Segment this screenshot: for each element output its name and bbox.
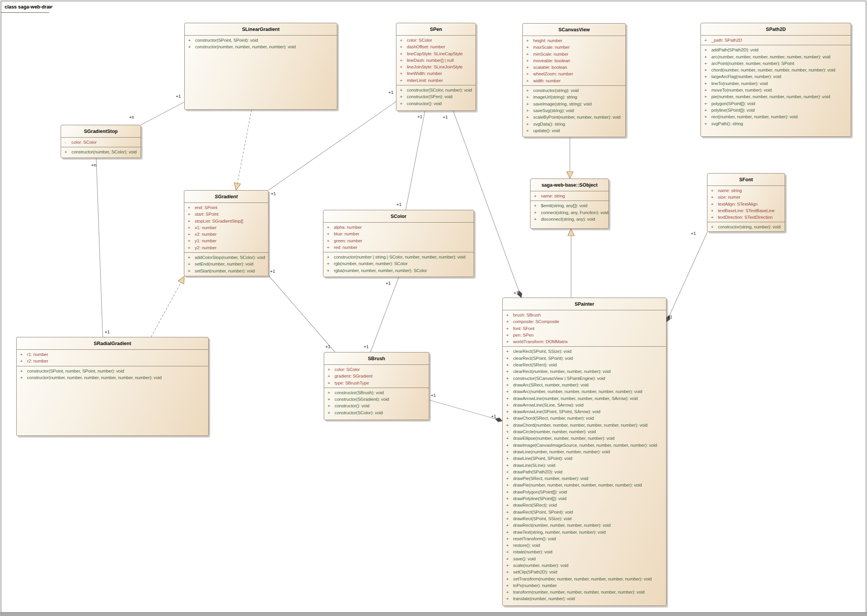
method-row[interactable]: +drawLine(SPoint, SPoint): void [503,455,666,462]
method-row[interactable]: +svgData(): string [523,121,626,128]
method-row[interactable]: +addPath(SPath2D): void [701,47,851,53]
method-row[interactable]: +clearRect(number, number, number, numbe… [503,368,666,375]
class-SCanvasView[interactable]: SCanvasView+height: number+maxScale: num… [522,23,626,137]
attribute-row[interactable]: +name: string [707,187,785,194]
attribute-row[interactable]: +lineDash: number[] | null [396,57,476,64]
method-row[interactable]: +save(): void [503,556,666,562]
method-row[interactable]: +constructor(SGradient): void [324,396,429,403]
bottom-scrollbar[interactable] [0,612,867,616]
attribute-row[interactable]: +composite: SComposite [503,318,666,325]
method-row[interactable]: +drawRect(SRect): void [503,502,666,509]
method-row[interactable]: +drawText(string, number, number, number… [503,529,666,536]
attribute-row[interactable]: +start: SPoint [184,211,268,218]
method-row[interactable]: +constructor(SCanvasView | SPaintEngine)… [503,375,666,382]
method-row[interactable]: +update(): void [523,128,626,134]
connector-SLinearGradient-SGradientStop[interactable] [141,102,184,125]
method-row[interactable]: +rgb(number, number, number): SColor [323,260,474,267]
method-row[interactable]: +drawChord(SRect, number, number): void [503,415,666,422]
attribute-row[interactable]: +pen: SPen [503,332,666,339]
class-SObject[interactable]: saga-web-base::SObject+name: string+$emi… [530,179,609,229]
method-row[interactable]: +constructor(string): void [523,87,626,94]
method-row[interactable]: +constructor(number, number, number, num… [185,44,337,50]
method-row[interactable]: +drawArc(number, number, number, number,… [503,388,666,395]
method-row[interactable]: +saveImage(string, string): void [523,101,626,107]
method-row[interactable]: +constructor(SBrush): void [324,390,429,396]
attribute-row[interactable]: +height: number [523,37,626,44]
attribute-row[interactable]: +textAlign: STextAlign [707,201,785,208]
class-SFont[interactable]: SFont+name: string+size: numer+textAlign… [707,173,785,232]
method-row[interactable]: +drawArc(SRect, number, number): void [503,382,666,388]
class-SColor[interactable]: SColor+alpha: number+blue: number+green:… [323,210,474,277]
method-row[interactable]: +$emit(string, any[]): void [530,202,609,209]
connector-SPen-SColor[interactable] [406,111,425,210]
method-row[interactable]: +setStart(number, number): void [184,268,268,274]
method-row[interactable]: +transform(number, number, number, numbe… [503,589,666,596]
connector-SFont-SPainter[interactable] [666,232,707,322]
attribute-row[interactable]: +gradient: SGradient [324,373,429,379]
class-SGradient[interactable]: SGradient+end: SPoint+start: SPoint+stop… [184,190,269,276]
attribute-row[interactable]: +minScale: number [523,51,626,58]
method-row[interactable]: +drawPie(SRect, number, number): void [503,475,666,482]
attribute-row[interactable]: +dashOffset: number [396,44,476,50]
method-row[interactable]: +drawRect(SPoint, SPoint): void [503,509,666,516]
class-SGradientStop[interactable]: SGradientStop-color: SColor+constructor(… [61,125,141,158]
attribute-row[interactable]: +red: number [323,244,474,251]
attribute-row[interactable]: +miterLimit: number [396,77,476,84]
method-row[interactable]: +setTransform(number, number, number, nu… [503,576,666,582]
attribute-row[interactable]: +font: SFont [503,325,666,332]
attribute-row[interactable]: +_path: SPath2D [701,37,851,44]
class-SPen[interactable]: SPen+color: SColor+dashOffset: number+li… [396,23,476,111]
method-row[interactable]: +arcPoint(number, number, number): SPoin… [701,60,851,67]
method-row[interactable]: +setClip(SPath2D): void [503,569,666,575]
attribute-row[interactable]: +lineJoinStyle: SLineJoinStyle [396,64,476,70]
attribute-row[interactable]: +green: number [323,238,474,244]
attribute-row[interactable]: +brush: SBrush [503,312,666,318]
method-row[interactable]: +drawEllipse(number, number, number, num… [503,435,666,442]
method-row[interactable]: +chord(number, number, number, number, n… [701,67,851,73]
method-row[interactable]: +constructor(SColor, number): void [396,87,476,94]
method-row[interactable]: +drawRect(number, number, number, number… [503,522,666,529]
method-row[interactable]: +disconnect(string, any): void [530,216,609,223]
attribute-row[interactable]: -color: SColor [61,139,141,146]
attribute-row[interactable]: +lineWidth: number [396,70,476,77]
class-SPainter[interactable]: SPainter+brush: SBrush+composite: SCompo… [502,298,666,606]
connector-SLinearGradient-SGradient[interactable] [236,110,252,190]
method-row[interactable]: +addColorStop(number, SColor): void [184,254,268,261]
method-row[interactable]: +saveSvg(string): void [523,107,626,114]
attribute-row[interactable]: +stopList: SGradientStop[] [184,218,268,225]
method-row[interactable]: +constructor(): void [396,100,476,107]
method-row[interactable]: +pie(number, number, number, number, num… [701,94,851,100]
connector-SGradient-SPen[interactable] [269,102,396,190]
attribute-row[interactable]: +maxScale: number [523,44,626,51]
attribute-row[interactable]: +type: SBrushType [324,380,429,386]
method-row[interactable]: +scale(number, number): void [503,562,666,569]
attribute-row[interactable]: +textDirection: STextDirection [707,214,785,221]
method-row[interactable]: +drawPie(number, number, number, number,… [503,482,666,488]
method-row[interactable]: +drawLine(number, number, number, number… [503,449,666,455]
attribute-row[interactable]: +moveable: boolean [523,58,626,64]
method-row[interactable]: +polygon(SPoint[]): void [701,100,851,107]
method-row[interactable]: +constructor(SPen): void [396,94,476,100]
method-row[interactable]: +rect(number, number, number, number): v… [701,114,851,120]
method-row[interactable]: +restore(): void [503,542,666,549]
method-row[interactable]: +drawLine(SLine): void [503,462,666,469]
method-row[interactable]: +drawImage(CanvasImageSource, number, nu… [503,442,666,449]
attribute-row[interactable]: +r1: number [17,351,208,358]
attribute-row[interactable]: +x2: number [184,231,268,238]
method-row[interactable]: +scaleByPoint(number, number, number): v… [523,114,626,121]
attribute-row[interactable]: +blue: number [323,231,474,237]
attribute-row[interactable]: +lineCapStyle: SLineCapStyle [396,51,476,57]
method-row[interactable]: +rotate(number): void [503,549,666,555]
attribute-row[interactable]: +y2: number [184,245,268,251]
attribute-row[interactable]: +x1: number [184,225,268,231]
method-row[interactable]: +constructor(SPoint, SPoint): void [185,37,337,44]
method-row[interactable]: +svgPath(): string [701,121,851,127]
method-row[interactable]: +setEnd(number, number): void [184,261,268,267]
method-row[interactable]: +rgba(number, number, number, number): S… [323,267,474,274]
method-row[interactable]: +toPx(number): number [503,582,666,589]
class-SPath2D[interactable]: SPath2D+_path: SPath2D+addPath(SPath2D):… [700,23,851,137]
method-row[interactable]: +resetTransform(): void [503,536,666,542]
method-row[interactable]: +clearRect(SPoint, SSize): void [503,348,666,355]
method-row[interactable]: +constructor(number, SColor): void [61,149,141,155]
class-SRadialGradient[interactable]: SRadialGradient+r1: number+r2: number+co… [16,337,209,436]
